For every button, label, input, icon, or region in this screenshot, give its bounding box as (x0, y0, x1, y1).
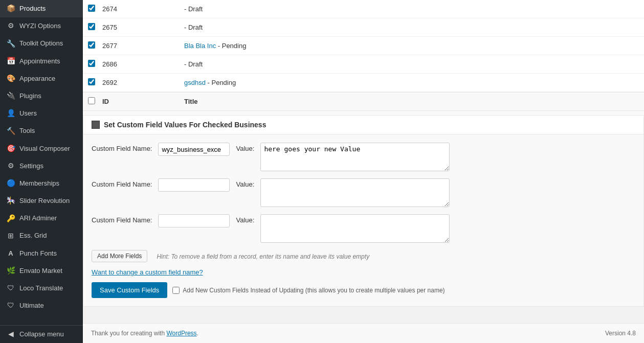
envato-icon: 🌿 (6, 266, 15, 276)
row-id-2677: 2677 (102, 42, 184, 50)
cf-field-name-input-3[interactable] (158, 214, 230, 227)
sidebar-item-visual-composer[interactable]: 🎯 Visual Composer (0, 140, 83, 157)
cf-header-icon (92, 121, 100, 129)
sidebar-item-label: Tools (19, 126, 35, 135)
ess-grid-icon: ⊞ (6, 232, 15, 241)
sidebar-item-label: Users (19, 109, 37, 118)
row-checkbox-2675[interactable] (88, 23, 95, 30)
cf-section-header: Set Custom Field Values For Checked Busi… (83, 116, 643, 134)
sidebar-item-toolkit-options[interactable]: 🔧 Toolkit Options (0, 35, 83, 52)
cf-value-textarea-1[interactable]: here goes your new Value (260, 143, 450, 171)
row-checkbox-2677[interactable] (88, 41, 95, 49)
want-change-link[interactable]: Want to change a custom field name? (92, 268, 635, 276)
footer: Thank you for creating with WordPress. V… (83, 323, 644, 343)
sidebar-item-label: WYZI Options (19, 21, 61, 31)
wordpress-link[interactable]: WordPress (166, 330, 196, 337)
sidebar-item-plugins[interactable]: 🔌 Plugins (0, 87, 83, 105)
sidebar-item-users[interactable]: 👤 Users (0, 105, 83, 122)
row-title-2692: gsdhsd - Pending (184, 79, 639, 86)
sidebar-item-tools[interactable]: 🔨 Tools (0, 122, 83, 140)
sidebar-item-label: Products (19, 4, 46, 13)
sidebar-item-label: Slider Revolution (19, 196, 70, 205)
cf-field-row-1: Custom Field Name: Value: here goes your… (92, 143, 635, 171)
sidebar-item-settings[interactable]: ⚙ Settings (0, 157, 83, 175)
sidebar-item-products[interactable]: 📦 Products (0, 0, 83, 17)
custom-fields-section: Set Custom Field Values For Checked Busi… (83, 115, 644, 307)
collapse-label: Collapse menu (19, 330, 64, 339)
sidebar-item-appointments[interactable]: 📅 Appointments (0, 53, 83, 70)
appointments-icon: 📅 (6, 57, 15, 66)
row-title-2674: - Draft (184, 5, 639, 13)
title-link-2677[interactable]: Bla Bla Inc (184, 42, 216, 50)
appearance-icon: 🎨 (6, 74, 15, 83)
collapse-menu-item[interactable]: ◀ Collapse menu (0, 326, 83, 343)
cf-value-label-1: Value: (236, 143, 254, 152)
sidebar-item-ultimate[interactable]: 🛡 Ultimate (0, 297, 83, 314)
title-suffix-2692: - Pending (208, 79, 236, 86)
row-checkbox-2692[interactable] (88, 78, 95, 85)
sidebar-item-label: Toolkit Options (19, 39, 63, 48)
cf-field-label-2: Custom Field Name: (92, 178, 152, 188)
table-row: 2675 - Draft (83, 18, 644, 37)
gap (83, 111, 644, 115)
row-checkbox-2674[interactable] (88, 5, 95, 12)
version-text: Version 4.8 (605, 330, 636, 337)
sidebar-item-slider-revolution[interactable]: 🎠 Slider Revolution (0, 192, 83, 210)
sidebar-item-loco-translate[interactable]: 🛡 Loco Translate (0, 280, 83, 297)
row-id-2692: 2692 (102, 79, 184, 86)
row-title-2675: - Draft (184, 24, 639, 31)
table-row: 2692 gsdhsd - Pending (83, 74, 644, 92)
add-new-checkbox[interactable] (172, 287, 180, 294)
sidebar-item-label: Envato Market (19, 266, 62, 276)
main-content: 2674 - Draft 2675 - Draft 2677 Bla Bla I… (83, 0, 644, 343)
sidebar-item-punch-fonts[interactable]: A Punch Fonts (0, 245, 83, 262)
table-header-row: ID Title (83, 92, 644, 110)
cf-value-textarea-2[interactable] (260, 178, 450, 207)
table-row: 2677 Bla Bla Inc - Pending (83, 37, 644, 55)
sidebar-item-wyzi-options[interactable]: ⚙ WYZI Options (0, 17, 83, 35)
cf-value-label-3: Value: (236, 214, 254, 224)
table-header-id: ID (102, 98, 184, 105)
users-icon: 👤 (6, 109, 15, 118)
cf-field-row-3: Custom Field Name: Value: (92, 214, 635, 243)
row-checkbox-2686[interactable] (88, 60, 95, 67)
loco-icon: 🛡 (6, 284, 15, 293)
sidebar-item-memberships[interactable]: 🔵 Memberships (0, 175, 83, 192)
add-more-fields-button[interactable]: Add More Fields (92, 250, 147, 262)
cf-field-label-1: Custom Field Name: (92, 143, 152, 152)
cf-field-label-3: Custom Field Name: (92, 214, 152, 224)
cf-field-name-input-2[interactable] (158, 178, 230, 192)
header-checkbox[interactable] (88, 97, 95, 104)
visual-composer-icon: 🎯 (6, 144, 15, 153)
sidebar-item-appearance[interactable]: 🎨 Appearance (0, 70, 83, 87)
records-table: 2674 - Draft 2675 - Draft 2677 Bla Bla I… (83, 0, 644, 111)
plugins-icon: 🔌 (6, 92, 15, 101)
sidebar-item-ess-grid[interactable]: ⊞ Ess. Grid (0, 227, 83, 244)
add-new-label[interactable]: Add New Custom Fields Instead of Updatin… (172, 287, 445, 294)
slider-icon: 🎠 (6, 196, 15, 205)
sidebar-item-label: Visual Composer (19, 144, 70, 153)
tools-icon: 🔨 (6, 126, 15, 135)
row-title-2677: Bla Bla Inc - Pending (184, 42, 639, 50)
row-id-2686: 2686 (102, 60, 184, 68)
sidebar-item-ari-adminer[interactable]: 🔑 ARI Adminer (0, 210, 83, 227)
cf-value-label-2: Value: (236, 178, 254, 188)
table-row: 2674 - Draft (83, 0, 644, 18)
save-custom-fields-button[interactable]: Save Custom Fields (92, 282, 167, 298)
sidebar-item-label: Ultimate (19, 301, 44, 310)
cf-value-textarea-3[interactable] (260, 214, 450, 243)
collapse-menu[interactable]: ◀ Collapse menu (0, 325, 83, 343)
sidebar-item-label: Plugins (19, 92, 41, 101)
collapse-icon: ◀ (6, 330, 15, 339)
table-row: 2686 - Draft (83, 55, 644, 74)
cf-field-name-input-1[interactable] (158, 143, 230, 156)
sidebar-item-envato-market[interactable]: 🌿 Envato Market (0, 262, 83, 280)
title-link-2692[interactable]: gsdhsd (184, 79, 206, 86)
row-id-2675: 2675 (102, 24, 184, 31)
cf-actions-row: Save Custom Fields Add New Custom Fields… (92, 282, 635, 298)
cf-field-row-2: Custom Field Name: Value: (92, 178, 635, 207)
settings-icon: ⚙ (6, 162, 15, 171)
toolkit-icon: 🔧 (6, 39, 15, 48)
ari-icon: 🔑 (6, 214, 15, 223)
wyzi-icon: ⚙ (6, 21, 15, 31)
